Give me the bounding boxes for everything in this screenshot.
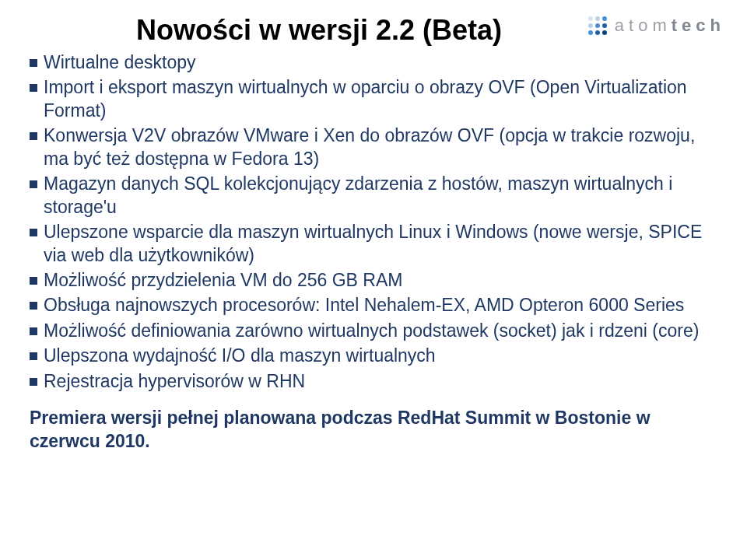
list-item: Ulepszona wydajność I/O dla maszyn wirtu… [30,345,717,367]
brand-left: atom [615,16,672,35]
list-item: Ulepszone wsparcie dla maszyn wirtualnyc… [30,221,717,267]
list-item: Obsługa najnowszych procesorów: Intel Ne… [30,294,717,317]
footer-note: Premiera wersji pełnej planowana podczas… [30,407,717,453]
slide-title: Nowości w wersji 2.2 (Beta) [76,14,562,47]
logo-dots-icon [588,16,607,35]
list-item: Konwersja V2V obrazów VMware i Xen do ob… [30,124,717,170]
brand-name: atomtech [615,16,725,36]
list-item: Magazyn danych SQL kolekcjonujący zdarze… [30,173,717,219]
brand-logo: atomtech [588,16,725,36]
list-item: Możliwość przydzielenia VM do 256 GB RAM [30,269,717,292]
brand-right: tech [672,16,725,35]
bullet-list: Wirtualne desktopy Import i eksport masz… [30,51,717,393]
list-item: Rejestracja hypervisorów w RHN [30,370,717,393]
list-item: Import i eksport maszyn wirtualnych w op… [30,76,717,122]
slide-content: Nowości w wersji 2.2 (Beta) Wirtualne de… [0,0,747,453]
list-item: Wirtualne desktopy [30,51,717,74]
list-item: Możliwość definiowania zarówno wirtualny… [30,320,717,342]
